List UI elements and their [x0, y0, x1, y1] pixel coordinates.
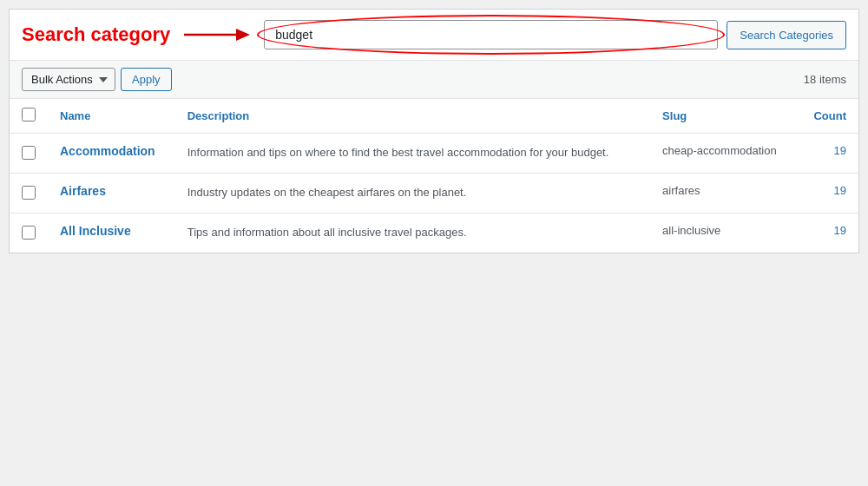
search-categories-button[interactable]: Search Categories: [727, 21, 846, 49]
row-description-cell: Industry updates on the cheapest airfare…: [175, 174, 650, 213]
row-checkbox-cell: [10, 174, 48, 213]
header-description: Description: [175, 99, 650, 134]
search-input[interactable]: [264, 20, 718, 49]
row-count-cell: 19: [798, 134, 858, 174]
row-checkbox[interactable]: [22, 226, 36, 240]
row-description: Industry updates on the cheapest airfare…: [187, 186, 467, 199]
row-checkbox[interactable]: [22, 186, 36, 200]
row-slug: airfares: [662, 184, 700, 197]
row-checkbox-cell: [10, 134, 48, 174]
apply-button[interactable]: Apply: [121, 68, 172, 91]
table-header-row: Name Description Slug Count: [10, 99, 858, 134]
row-slug-cell: all-inclusive: [650, 213, 798, 253]
table-row: All Inclusive Tips and information about…: [10, 213, 858, 253]
bulk-actions-select[interactable]: Bulk Actions: [22, 68, 115, 91]
row-name-cell: Airfares: [48, 174, 175, 213]
row-description: Information and tips on where to find th…: [187, 146, 609, 159]
row-slug: cheap-accommodation: [662, 144, 777, 157]
items-count: 18 items: [804, 73, 846, 86]
row-name-link[interactable]: All Inclusive: [60, 224, 131, 238]
row-slug-cell: airfares: [650, 174, 798, 213]
row-description-cell: Information and tips on where to find th…: [175, 134, 650, 174]
row-slug-cell: cheap-accommodation: [650, 134, 798, 174]
row-count-cell: 19: [798, 213, 858, 253]
row-count-cell: 19: [798, 174, 858, 213]
row-checkbox-cell: [10, 213, 48, 253]
header-count: Count: [798, 99, 858, 134]
header-checkbox-cell: [10, 99, 48, 134]
categories-table: Name Description Slug Count Accommodatio…: [10, 99, 858, 253]
search-input-wrapper: [264, 20, 718, 49]
page-container: Search category Search Categories Bulk A…: [0, 0, 868, 486]
search-category-label: Search category: [22, 23, 170, 46]
table-row: Airfares Industry updates on the cheapes…: [10, 174, 858, 213]
toolbar-left: Bulk Actions Apply: [22, 68, 172, 91]
table-row: Accommodation Information and tips on wh…: [10, 134, 858, 174]
row-checkbox[interactable]: [22, 146, 36, 160]
toolbar-row: Bulk Actions Apply 18 items: [10, 61, 858, 99]
main-card: Search category Search Categories Bulk A…: [9, 9, 859, 253]
row-description-cell: Tips and information about all inclusive…: [175, 213, 650, 253]
arrow-container: [182, 23, 252, 47]
row-name-cell: All Inclusive: [48, 213, 175, 253]
svg-marker-1: [236, 29, 250, 41]
row-name-link[interactable]: Airfares: [60, 184, 106, 198]
header-name[interactable]: Name: [48, 99, 175, 134]
header-slug: Slug: [650, 99, 798, 134]
select-all-checkbox[interactable]: [22, 108, 36, 122]
row-name-cell: Accommodation: [48, 134, 175, 174]
row-slug: all-inclusive: [662, 224, 720, 237]
search-bar-area: Search category Search Categories: [10, 10, 858, 61]
row-description: Tips and information about all inclusive…: [187, 226, 467, 239]
row-name-link[interactable]: Accommodation: [60, 144, 155, 158]
